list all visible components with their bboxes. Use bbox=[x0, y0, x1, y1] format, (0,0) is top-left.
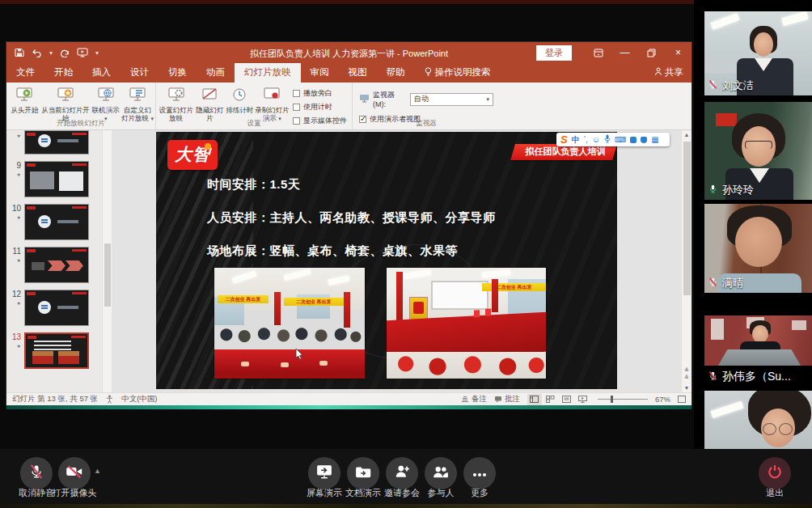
slide-12-row[interactable]: 12★ bbox=[8, 290, 108, 326]
share-button[interactable]: 共享 bbox=[654, 66, 683, 78]
normal-view-icon[interactable] bbox=[527, 394, 542, 405]
language-indicator[interactable]: 中文(中国) bbox=[121, 394, 157, 404]
tab-review[interactable]: 审阅 bbox=[301, 63, 339, 83]
notes-button[interactable]: 备注 bbox=[461, 394, 487, 404]
start-slideshow-icon[interactable] bbox=[77, 48, 88, 57]
tab-tell-me[interactable]: 操作说明搜索 bbox=[415, 63, 501, 83]
ribbon-display-options-icon[interactable] bbox=[585, 42, 611, 63]
participant-video[interactable]: 孙玲玲 bbox=[704, 102, 812, 200]
invite-button[interactable] bbox=[386, 457, 418, 489]
from-beginning-button[interactable]: 从头开始 bbox=[8, 84, 41, 115]
exit-button[interactable] bbox=[759, 457, 791, 489]
wall-poster bbox=[711, 319, 724, 340]
undo-icon[interactable] bbox=[32, 49, 42, 57]
prev-next-slide-buttons[interactable]: ≙≚ bbox=[682, 366, 691, 381]
camera-off-icon bbox=[66, 464, 83, 482]
slide-9-thumbnail[interactable] bbox=[24, 161, 89, 197]
tab-design[interactable]: 设计 bbox=[121, 63, 159, 83]
chinese-mode-icon[interactable]: 中 bbox=[572, 136, 580, 144]
doc-share-button[interactable] bbox=[347, 457, 379, 489]
stage-scrollbar-thumb[interactable] bbox=[683, 142, 691, 295]
slide-banner-text: 拟任团队负责人培训 bbox=[515, 146, 615, 158]
skin-icon[interactable] bbox=[641, 137, 647, 143]
stage-scrollbar[interactable]: ▲ ≙≚ ▼ bbox=[681, 130, 691, 392]
reading-view-icon[interactable] bbox=[560, 394, 574, 405]
slide-10-thumbnail[interactable] bbox=[24, 204, 89, 240]
slide-11-row[interactable]: 11★ bbox=[8, 247, 108, 283]
redo-icon[interactable] bbox=[60, 49, 70, 57]
play-narrations-checkbox[interactable]: 播放旁白 bbox=[293, 88, 347, 99]
handwriting-icon[interactable] bbox=[630, 137, 636, 143]
record-slideshow-button[interactable]: 录制幻灯片演示 ▾ bbox=[255, 84, 290, 122]
screen-share-area: ▾ ▾ 拟任团队负责人培训 人力资源第一讲 - PowerPoint 登录 — … bbox=[0, 0, 694, 449]
slide-8-row[interactable]: ★ bbox=[8, 130, 108, 155]
qat-customize-icon[interactable]: ▾ bbox=[95, 49, 99, 57]
participant-video-partial[interactable] bbox=[704, 391, 812, 449]
slide-12-thumbnail[interactable] bbox=[24, 290, 89, 326]
login-button[interactable]: 登录 bbox=[536, 45, 572, 61]
unmute-button[interactable] bbox=[20, 457, 53, 489]
slide-text-staff: 人员安排：主持人、两名助教、授课导师、分享导师 bbox=[207, 210, 496, 226]
tab-slideshow-active[interactable]: 幻灯片放映 bbox=[235, 63, 301, 83]
photo-training-room-left: 二次创业 再出发 二次创业 再出发 bbox=[214, 268, 365, 379]
open-camera-button[interactable] bbox=[58, 457, 91, 489]
sogou-logo-icon[interactable]: S bbox=[560, 134, 568, 145]
fit-to-window-icon[interactable] bbox=[678, 396, 686, 403]
tab-animations[interactable]: 动画 bbox=[197, 63, 235, 83]
audience bbox=[214, 319, 365, 348]
slide-8-thumbnail[interactable] bbox=[24, 130, 89, 155]
custom-slideshow-button[interactable]: 自定义幻灯片放映 ▾ bbox=[121, 84, 154, 122]
slide-13-thumbnail[interactable] bbox=[24, 332, 89, 369]
panel-scrollbar[interactable] bbox=[102, 130, 112, 392]
from-current-slide-button[interactable]: 从当前幻灯片开始 bbox=[41, 84, 90, 122]
scroll-down-icon[interactable]: ▼ bbox=[682, 385, 691, 391]
present-online-button[interactable]: 联机演示 ▾ bbox=[90, 84, 121, 122]
scroll-up-icon[interactable]: ▲ bbox=[682, 132, 691, 138]
slide-number: 9 bbox=[16, 161, 21, 170]
use-timings-checkbox[interactable]: 使用计时 bbox=[293, 102, 347, 112]
slide-sorter-view-icon[interactable] bbox=[543, 394, 558, 405]
participant-video[interactable]: 孙伟多（Su... bbox=[704, 311, 812, 387]
participants-button[interactable] bbox=[425, 457, 457, 489]
tab-view[interactable]: 视图 bbox=[339, 63, 377, 83]
tab-home[interactable]: 开始 bbox=[44, 63, 82, 83]
monitor-dropdown[interactable]: 自动▾ bbox=[410, 93, 493, 106]
zoom-slider[interactable] bbox=[598, 399, 648, 400]
save-icon[interactable] bbox=[15, 48, 24, 57]
hide-slide-button[interactable]: 隐藏幻灯片 bbox=[194, 84, 225, 122]
tab-file[interactable]: 文件 bbox=[6, 63, 44, 83]
emoji-icon[interactable]: ☺ bbox=[592, 136, 600, 144]
close-button[interactable]: × bbox=[665, 42, 691, 63]
setup-slideshow-button[interactable]: 设置幻灯片放映 bbox=[158, 84, 194, 122]
zoom-percentage[interactable]: 67% bbox=[655, 395, 670, 404]
panel-scrollbar-thumb[interactable] bbox=[104, 243, 111, 307]
tab-transitions[interactable]: 切换 bbox=[159, 63, 197, 83]
screen-share-button[interactable] bbox=[308, 457, 340, 489]
comments-button[interactable]: 批注 bbox=[494, 394, 520, 404]
slideshow-view-icon[interactable] bbox=[576, 394, 590, 405]
slide-9-row[interactable]: 9★ bbox=[8, 161, 108, 197]
zoom-slider-thumb[interactable] bbox=[611, 396, 613, 403]
restore-button[interactable] bbox=[638, 42, 665, 63]
minimize-button[interactable]: — bbox=[611, 42, 638, 63]
keyboard-icon[interactable]: ⌨ bbox=[615, 136, 626, 144]
accessibility-icon[interactable] bbox=[106, 395, 113, 404]
tab-help[interactable]: 帮助 bbox=[377, 63, 415, 83]
participant-video[interactable]: 满晴 bbox=[704, 204, 812, 293]
slide-11-thumbnail[interactable] bbox=[24, 247, 89, 283]
sogou-input-toolbar[interactable]: S 中 ’, ☺ ⌨ ▦ bbox=[556, 133, 670, 146]
checkbox-unchecked-icon bbox=[293, 90, 300, 97]
undo-dropdown-icon[interactable]: ▾ bbox=[49, 49, 53, 57]
more-button[interactable] bbox=[463, 457, 496, 489]
participant-video[interactable]: 刘文洁 bbox=[704, 11, 812, 95]
slide-13-row-selected[interactable]: 13★ bbox=[8, 332, 108, 369]
participant-name: 孙伟多（Su... bbox=[722, 370, 791, 384]
camera-options-caret-icon[interactable]: ▲ bbox=[94, 467, 101, 475]
punctuation-icon[interactable]: ’, bbox=[584, 136, 588, 144]
current-slide[interactable]: 大智 拟任团队负责人培训 时间安排：1.5天 人员安排：主持人、两名助教、授课导… bbox=[156, 132, 617, 389]
slide-10-row[interactable]: 10★ bbox=[8, 204, 108, 240]
toolbox-grid-icon[interactable]: ▦ bbox=[651, 136, 658, 144]
tab-insert[interactable]: 插入 bbox=[82, 63, 121, 83]
rehearse-timings-button[interactable]: 排练计时 bbox=[225, 84, 254, 115]
voice-input-icon[interactable] bbox=[604, 134, 611, 145]
